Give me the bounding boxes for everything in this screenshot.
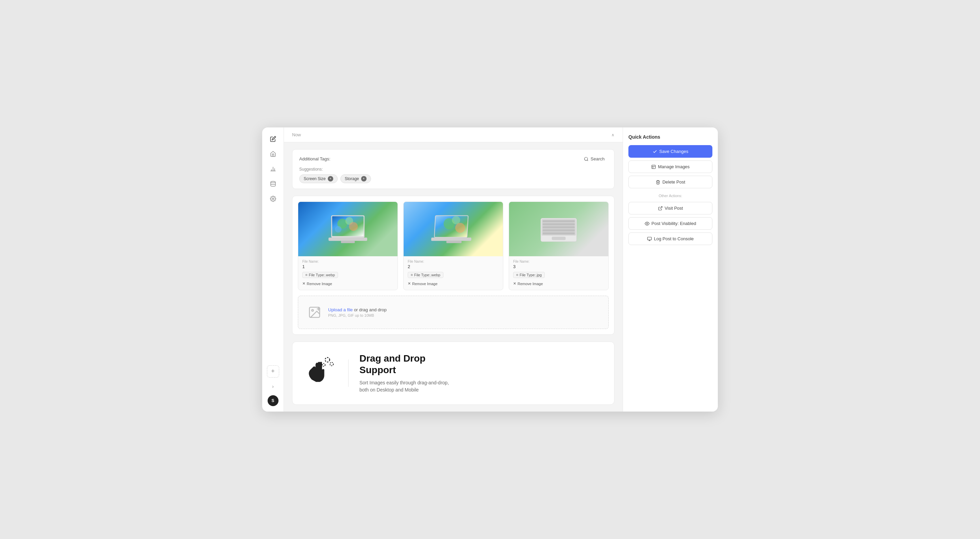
file-type-label-1: File Type: bbox=[309, 273, 325, 277]
content-area: Additional Tags: Search Suggestions: Scr… bbox=[284, 143, 623, 411]
image-card-2: File Name: 2 File Type: .webp ✕ Remove I… bbox=[403, 201, 503, 290]
svg-point-36 bbox=[325, 358, 329, 362]
file-name-label-3: File Name: bbox=[513, 260, 604, 263]
svg-point-20 bbox=[452, 216, 460, 224]
remove-image-button-2[interactable]: ✕ Remove Image bbox=[408, 281, 438, 287]
drag-drop-text: Drag and DropSupport Sort Images easily … bbox=[360, 353, 449, 393]
suggestions-label: Suggestions: bbox=[299, 167, 607, 172]
svg-point-4 bbox=[270, 181, 275, 183]
visibility-label: Post Visibility: Enabled bbox=[652, 221, 696, 226]
file-type-dot-3 bbox=[516, 274, 518, 276]
svg-line-7 bbox=[587, 160, 588, 161]
collapse-bar[interactable]: Now ∧ bbox=[284, 127, 623, 143]
images-section: File Name: 1 File Type: .webp ✕ Remove I… bbox=[292, 196, 614, 335]
remove-image-button-1[interactable]: ✕ Remove Image bbox=[302, 281, 332, 287]
upload-icon bbox=[306, 304, 323, 320]
remove-label-3: Remove Image bbox=[517, 282, 543, 286]
images-grid: File Name: 1 File Type: .webp ✕ Remove I… bbox=[298, 201, 609, 290]
console-icon bbox=[647, 236, 652, 241]
remove-icon-3: ✕ bbox=[513, 281, 516, 286]
log-post-button[interactable]: Log Post to Console bbox=[628, 233, 713, 245]
upload-link[interactable]: Upload a file bbox=[328, 307, 353, 312]
eye-icon bbox=[645, 221, 649, 226]
manage-icon bbox=[651, 165, 656, 169]
file-type-label-3: File Type: bbox=[520, 273, 536, 277]
image-preview-2 bbox=[404, 202, 503, 256]
visit-post-button[interactable]: Visit Post bbox=[628, 202, 713, 214]
svg-rect-29 bbox=[543, 229, 575, 231]
visibility-button[interactable]: Post Visibility: Enabled bbox=[628, 217, 713, 230]
save-changes-button[interactable]: Save Changes bbox=[628, 145, 713, 158]
tag-chips: Screen Size + Storage + bbox=[299, 174, 607, 183]
sidebar-icon-gear[interactable] bbox=[267, 193, 279, 205]
file-type-badge-2: File Type: .webp bbox=[408, 272, 444, 278]
delete-post-label: Delete Post bbox=[662, 179, 685, 184]
tags-header: Additional Tags: Search bbox=[299, 155, 607, 163]
svg-rect-39 bbox=[652, 165, 655, 169]
delete-post-button[interactable]: Delete Post bbox=[628, 176, 713, 188]
collapse-chevron-icon: ∧ bbox=[611, 133, 614, 137]
svg-line-42 bbox=[660, 207, 662, 209]
image-info-3: File Name: 3 File Type: .jpg ✕ Remove Im… bbox=[509, 256, 608, 290]
sidebar-add-button[interactable]: + bbox=[267, 365, 279, 377]
drag-drop-description: Sort Images easily through drag-and-drop… bbox=[360, 379, 449, 393]
file-type-value-3: .jpg bbox=[536, 273, 542, 277]
log-post-label: Log Post to Console bbox=[654, 236, 694, 241]
svg-rect-28 bbox=[543, 226, 575, 228]
svg-rect-23 bbox=[447, 241, 462, 243]
remove-label-1: Remove Image bbox=[307, 282, 332, 286]
svg-rect-44 bbox=[648, 237, 652, 240]
drag-drop-icon bbox=[303, 354, 337, 393]
laptop-svg-1 bbox=[326, 213, 370, 246]
svg-point-43 bbox=[646, 223, 648, 224]
image-info-2: File Name: 2 File Type: .webp ✕ Remove I… bbox=[404, 256, 503, 290]
tag-chip-screensize-label: Screen Size bbox=[304, 176, 326, 181]
file-name-value-1: 1 bbox=[302, 264, 393, 269]
file-type-value-2: .webp bbox=[431, 273, 441, 277]
tag-chip-storage-add[interactable]: + bbox=[361, 176, 367, 181]
drag-drop-divider bbox=[348, 360, 348, 387]
svg-point-13 bbox=[349, 222, 358, 231]
sidebar-icon-pen[interactable] bbox=[267, 133, 279, 145]
upload-area[interactable]: Upload a file or drag and drop PNG, JPG,… bbox=[298, 296, 609, 329]
svg-rect-22 bbox=[431, 238, 471, 241]
collapse-bar-text: Now bbox=[292, 132, 301, 137]
remove-image-button-3[interactable]: ✕ Remove Image bbox=[513, 281, 543, 287]
svg-point-38 bbox=[322, 363, 325, 366]
svg-rect-15 bbox=[328, 238, 367, 241]
remove-label-2: Remove Image bbox=[412, 282, 438, 286]
image-preview-1 bbox=[298, 202, 398, 256]
sidebar-icon-home[interactable] bbox=[267, 148, 279, 160]
file-type-dot-2 bbox=[411, 274, 413, 276]
laptop-svg-3 bbox=[536, 213, 581, 246]
tag-chip-storage[interactable]: Storage + bbox=[340, 174, 371, 183]
remove-icon-2: ✕ bbox=[408, 281, 411, 286]
upload-text: Upload a file or drag and drop bbox=[328, 307, 387, 312]
svg-point-21 bbox=[455, 223, 465, 233]
check-icon bbox=[652, 149, 657, 154]
tag-chip-screensize-add[interactable]: + bbox=[328, 176, 333, 181]
manage-images-label: Manage Images bbox=[658, 164, 690, 169]
tags-title: Additional Tags: bbox=[299, 156, 331, 162]
tag-chip-screensize[interactable]: Screen Size + bbox=[299, 174, 338, 183]
sidebar-icon-chart[interactable] bbox=[267, 163, 279, 175]
file-type-dot-1 bbox=[305, 274, 307, 276]
image-card-1: File Name: 1 File Type: .webp ✕ Remove I… bbox=[298, 201, 398, 290]
svg-point-6 bbox=[584, 157, 588, 160]
file-name-label-2: File Name: bbox=[408, 260, 499, 263]
search-button[interactable]: Search bbox=[581, 155, 607, 163]
visit-post-label: Visit Post bbox=[665, 206, 683, 211]
sidebar-expand-button[interactable]: › bbox=[267, 380, 279, 393]
sidebar-icon-database[interactable] bbox=[267, 178, 279, 190]
file-type-label-2: File Type: bbox=[414, 273, 431, 277]
file-type-value-1: .webp bbox=[325, 273, 335, 277]
file-type-badge-3: File Type: .jpg bbox=[513, 272, 545, 278]
sidebar: + › S bbox=[262, 127, 284, 411]
image-card-3: File Name: 3 File Type: .jpg ✕ Remove Im… bbox=[509, 201, 609, 290]
svg-rect-16 bbox=[341, 241, 355, 243]
drag-drop-promo: Drag and DropSupport Sort Images easily … bbox=[292, 342, 614, 404]
avatar[interactable]: S bbox=[267, 395, 278, 406]
manage-images-button[interactable]: Manage Images bbox=[628, 160, 713, 173]
upload-hint: PNG, JPG, GIF up to 10MB bbox=[328, 313, 387, 317]
svg-rect-26 bbox=[543, 220, 575, 223]
